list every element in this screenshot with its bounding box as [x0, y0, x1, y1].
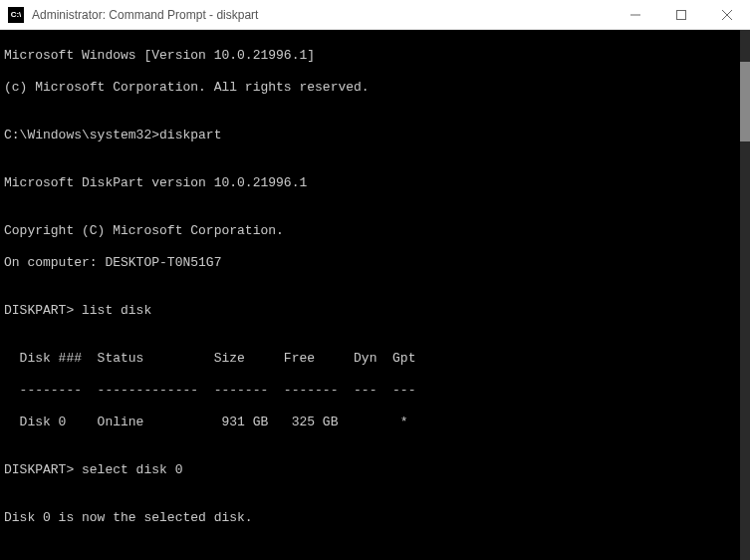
command-prompt-window: C:\ Administrator: Command Prompt - disk…: [0, 0, 750, 560]
output-line: DISKPART> list disk: [4, 303, 746, 319]
terminal-area[interactable]: Microsoft Windows [Version 10.0.21996.1]…: [0, 30, 750, 560]
window-controls: [613, 0, 750, 29]
cmd-icon: C:\: [8, 7, 24, 23]
close-button[interactable]: [704, 0, 750, 29]
output-line: Microsoft DiskPart version 10.0.21996.1: [4, 175, 746, 191]
output-line: Copyright (C) Microsoft Corporation.: [4, 223, 746, 239]
diskpart-prompt: DISKPART>: [4, 462, 82, 477]
command-text: diskpart: [159, 128, 221, 142]
path-prompt: C:\Windows\system32>: [4, 128, 159, 142]
diskpart-prompt: DISKPART>: [4, 303, 82, 318]
scrollbar[interactable]: [740, 30, 750, 560]
window-title: Administrator: Command Prompt - diskpart: [32, 8, 613, 22]
output-line: Microsoft Windows [Version 10.0.21996.1]: [4, 48, 746, 64]
maximize-button[interactable]: [658, 0, 704, 29]
table-divider: -------- ------------- ------- ------- -…: [4, 383, 746, 399]
minimize-button[interactable]: [613, 0, 658, 29]
output-line: C:\Windows\system32>diskpart: [4, 128, 746, 143]
output-line: Disk 0 is now the selected disk.: [4, 510, 746, 526]
output-line: On computer: DESKTOP-T0N51G7: [4, 255, 746, 271]
command-text: select disk 0: [82, 462, 182, 477]
table-header: Disk ### Status Size Free Dyn Gpt: [4, 351, 746, 367]
table-row: Disk 0 Online 931 GB 325 GB *: [4, 415, 746, 430]
scrollbar-thumb[interactable]: [740, 62, 750, 141]
svg-rect-1: [677, 10, 686, 19]
titlebar[interactable]: C:\ Administrator: Command Prompt - disk…: [0, 0, 750, 30]
output-line: DISKPART> select disk 0: [4, 462, 746, 478]
command-text: list disk: [82, 303, 151, 318]
output-line: (c) Microsoft Corporation. All rights re…: [4, 80, 746, 96]
